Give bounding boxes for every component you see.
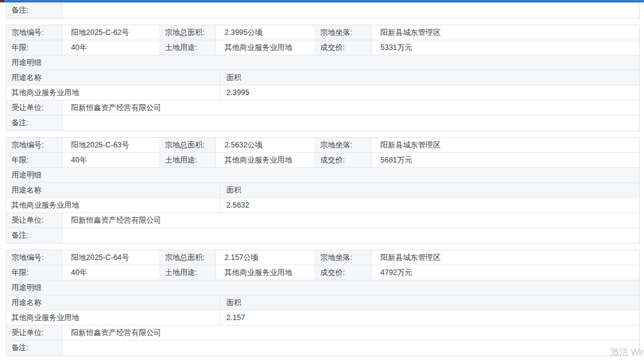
remark-label: 备注:: [7, 116, 63, 131]
term-value: 40年: [63, 153, 160, 167]
use-columns-row: 用途名称 面积: [7, 70, 639, 85]
parcel-no-value: 阳地2025-C-63号: [63, 138, 160, 152]
price-label: 成交价:: [315, 265, 372, 280]
use-data-row: 其他商业服务业用地 2.157: [7, 310, 639, 326]
parcel-no-value: 阳地2025-C-64号: [63, 250, 160, 265]
price-value: 4792万元: [372, 265, 639, 280]
area-header: 面积: [220, 70, 639, 85]
area-value: 2.3995: [220, 85, 639, 100]
location-label: 宗地坐落:: [315, 25, 372, 40]
total-area-value: 2.157公顷: [216, 250, 315, 265]
partial-record-table: 备注:: [6, 2, 640, 19]
top-scrollbar-accent: [0, 0, 4, 2]
price-value: 5331万元: [372, 40, 639, 55]
remark-row: 备注:: [7, 3, 639, 18]
remark-row: 备注:: [7, 341, 639, 356]
location-value: 阳新县城东管理区: [372, 25, 639, 40]
term-label: 年限:: [7, 265, 63, 280]
total-area-label: 宗地总面积:: [160, 25, 216, 40]
use-data-row: 其他商业服务业用地 2.3995: [7, 85, 639, 100]
parcel-no-label: 宗地编号:: [7, 138, 63, 152]
parcel-block-64: 宗地编号: 阳地2025-C-64号 宗地总面积: 2.157公顷 宗地坐落: …: [6, 250, 640, 356]
area-value: 2.157: [220, 310, 639, 325]
transferee-row: 受让单位: 阳新恒鑫资产经营有限公司: [7, 100, 639, 116]
parcel-no-label: 宗地编号:: [7, 25, 63, 40]
total-area-value: 2.3995公顷: [216, 25, 315, 40]
area-header: 面积: [220, 183, 639, 197]
location-label: 宗地坐落:: [315, 250, 372, 265]
parcel-no-value: 阳地2025-C-62号: [63, 25, 160, 40]
area-value: 2.5632: [220, 198, 639, 212]
use-detail-header-row: 用途明细: [7, 55, 639, 70]
transferee-label: 受让单位:: [7, 100, 63, 115]
parcel-terms-row: 年限: 40年 土地用途: 其他商业服务业用地 成交价: 5331万元: [7, 40, 639, 55]
location-value: 阳新县城东管理区: [372, 138, 639, 152]
parcel-info-row: 宗地编号: 阳地2025-C-63号 宗地总面积: 2.5632公顷 宗地坐落:…: [7, 138, 639, 153]
term-label: 年限:: [7, 153, 63, 167]
transferee-value: 阳新恒鑫资产经营有限公司: [63, 213, 639, 227]
remark-value: [63, 3, 639, 18]
transferee-value: 阳新恒鑫资产经营有限公司: [63, 100, 639, 115]
price-label: 成交价:: [315, 40, 372, 55]
remark-value: [63, 228, 639, 243]
price-value: 5681万元: [372, 153, 639, 167]
remark-label: 备注:: [7, 228, 63, 243]
use-data-row: 其他商业服务业用地 2.5632: [7, 198, 639, 213]
use-detail-header-row: 用途明细: [7, 280, 639, 295]
parcel-block-62: 宗地编号: 阳地2025-C-62号 宗地总面积: 2.3995公顷 宗地坐落:…: [6, 25, 640, 131]
remark-row: 备注:: [7, 228, 639, 243]
use-name-value: 其他商业服务业用地: [7, 85, 220, 100]
land-use-value: 其他商业服务业用地: [216, 265, 315, 280]
transferee-label: 受让单位:: [7, 213, 63, 227]
land-use-label: 土地用途:: [160, 40, 216, 55]
top-scrollbar[interactable]: [0, 0, 644, 2]
use-name-header: 用途名称: [7, 70, 220, 85]
term-value: 40年: [63, 265, 160, 280]
parcel-no-label: 宗地编号:: [7, 250, 63, 265]
location-value: 阳新县城东管理区: [372, 250, 639, 265]
parcel-terms-row: 年限: 40年 土地用途: 其他商业服务业用地 成交价: 5681万元: [7, 153, 639, 168]
remark-label: 备注:: [7, 341, 63, 356]
parcel-info-row: 宗地编号: 阳地2025-C-62号 宗地总面积: 2.3995公顷 宗地坐落:…: [7, 25, 639, 40]
area-header: 面积: [220, 295, 639, 310]
parcel-info-row: 宗地编号: 阳地2025-C-64号 宗地总面积: 2.157公顷 宗地坐落: …: [7, 250, 639, 265]
transferee-value: 阳新恒鑫资产经营有限公司: [63, 326, 639, 340]
use-detail-title: 用途明细: [7, 280, 639, 295]
use-detail-title: 用途明细: [7, 55, 639, 70]
use-name-value: 其他商业服务业用地: [7, 198, 220, 212]
land-use-label: 土地用途:: [160, 153, 216, 167]
parcel-terms-row: 年限: 40年 土地用途: 其他商业服务业用地 成交价: 4792万元: [7, 265, 639, 280]
use-columns-row: 用途名称 面积: [7, 295, 639, 310]
parcel-block-63: 宗地编号: 阳地2025-C-63号 宗地总面积: 2.5632公顷 宗地坐落:…: [6, 137, 640, 244]
remark-value: [63, 116, 639, 131]
use-columns-row: 用途名称 面积: [7, 183, 639, 198]
total-area-label: 宗地总面积:: [160, 250, 216, 265]
transferee-row: 受让单位: 阳新恒鑫资产经营有限公司: [7, 326, 639, 341]
use-name-header: 用途名称: [7, 295, 220, 310]
land-use-value: 其他商业服务业用地: [216, 40, 315, 55]
use-name-header: 用途名称: [7, 183, 220, 197]
total-area-value: 2.5632公顷: [216, 138, 315, 152]
transferee-label: 受让单位:: [7, 326, 63, 340]
total-area-label: 宗地总面积:: [160, 138, 216, 152]
land-use-label: 土地用途:: [160, 265, 216, 280]
remark-row: 备注:: [7, 116, 639, 131]
term-value: 40年: [63, 40, 160, 55]
remark-value: [63, 341, 639, 356]
transferee-row: 受让单位: 阳新恒鑫资产经营有限公司: [7, 213, 639, 228]
price-label: 成交价:: [315, 153, 372, 167]
use-name-value: 其他商业服务业用地: [7, 310, 220, 325]
use-detail-header-row: 用途明细: [7, 168, 639, 183]
use-detail-title: 用途明细: [7, 168, 639, 182]
location-label: 宗地坐落:: [315, 138, 372, 152]
remark-label: 备注:: [7, 3, 63, 18]
term-label: 年限:: [7, 40, 63, 55]
land-use-value: 其他商业服务业用地: [216, 153, 315, 167]
